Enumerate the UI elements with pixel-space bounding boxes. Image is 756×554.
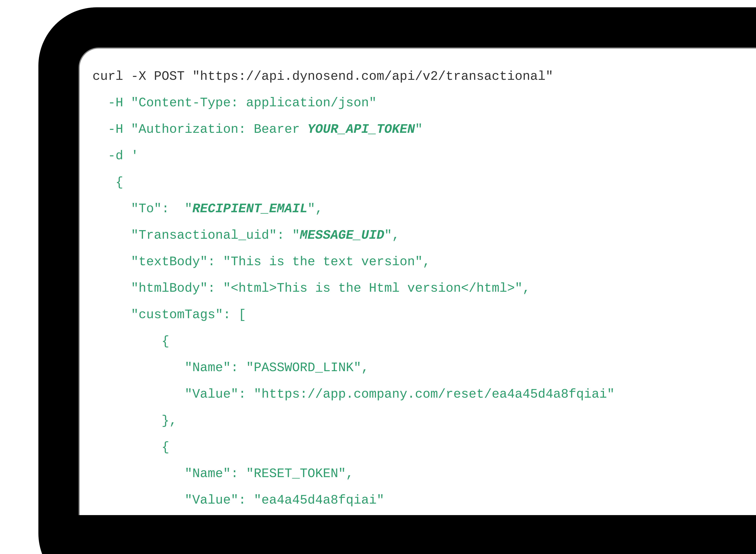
tag2-name: "Name": "RESET_TOKEN", <box>185 466 354 481</box>
transactional-uid-key: "Transactional_uid": <box>131 228 292 242</box>
flag-h-1: -H <box>108 96 123 110</box>
html-body-line: "htmlBody": "<html>This is the Html vers… <box>131 281 530 295</box>
tag2-value: "Value": "ea4a45d4a8fqiai" <box>185 493 384 507</box>
code-panel: curl -X POST "https://api.dynosend.com/a… <box>79 48 756 515</box>
header-auth-close: " <box>415 122 422 136</box>
json-open-brace: { <box>115 175 123 189</box>
tuid-open: " <box>292 228 300 242</box>
flag-d: -d <box>108 149 123 163</box>
to-open: " <box>185 202 192 216</box>
header-auth-open: "Authorization: Bearer <box>131 122 307 136</box>
tag1-name: "Name": "PASSWORD_LINK", <box>185 361 369 375</box>
message-uid-placeholder: MESSAGE_UID <box>300 228 384 242</box>
custom-tags-open: "customTags": [ <box>131 308 246 322</box>
flag-h-2: -H <box>108 122 123 136</box>
tag1-value: "Value": "https://app.company.com/reset/… <box>185 387 614 401</box>
api-url: "https://api.dynosend.com/api/v2/transac… <box>192 69 553 84</box>
code-block: curl -X POST "https://api.dynosend.com/a… <box>80 49 756 513</box>
to-key: "To": <box>131 202 185 216</box>
curl-command: curl -X POST <box>93 69 192 84</box>
header-content-type: "Content-Type: application/json" <box>131 96 376 110</box>
to-close: ", <box>307 202 323 216</box>
recipient-placeholder: RECIPIENT_EMAIL <box>192 202 307 216</box>
tag1-close: }, <box>162 413 177 428</box>
body-open-quote: ' <box>131 149 139 163</box>
tag2-open: { <box>162 440 169 454</box>
text-body-line: "textBody": "This is the text version", <box>131 255 430 269</box>
tag1-open: { <box>162 334 169 348</box>
tuid-close: ", <box>384 228 400 242</box>
api-token-placeholder: YOUR_API_TOKEN <box>307 122 415 136</box>
